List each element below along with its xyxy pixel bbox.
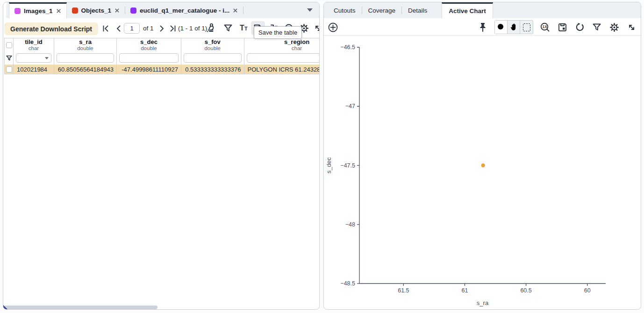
filter-input-s-dec[interactable] [119, 53, 179, 63]
y-tick-label: −46.5 [340, 44, 355, 51]
tab-list-dropdown-icon[interactable] [307, 8, 313, 12]
table-filter-row [4, 51, 319, 65]
tab-color-dot [72, 7, 78, 14]
x-tick-label: 61.5 [398, 287, 409, 294]
column-header-s-ra[interactable]: s_ra double [54, 38, 117, 51]
tab-label: Images_1 [24, 7, 53, 15]
next-page-icon[interactable] [156, 22, 168, 35]
page-of-label: of 1 [143, 25, 154, 32]
filter-input-s-fov[interactable] [184, 53, 242, 63]
x-tick-label: 60 [584, 287, 591, 294]
filter-row-funnel-icon[interactable] [6, 55, 13, 62]
scatter-plot[interactable]: −46.5−47−47.5−48−48.561.56160.560s_ras_d… [324, 2, 641, 310]
filter-input-tile-id[interactable] [16, 53, 51, 63]
chart-panel: Cutouts Coverage Details Active Chart [323, 2, 641, 310]
y-tick-label: −48.5 [340, 280, 355, 287]
tab-euclid-catalogue[interactable]: euclid_q1_mer_catalogue - i... [125, 2, 243, 18]
tab-label: euclid_q1_mer_catalogue - i... [140, 7, 229, 14]
x-tick-label: 61 [462, 287, 468, 294]
cell-s-region: POLYGON ICRS 61.24328138 [244, 66, 320, 73]
expand-icon[interactable] [311, 21, 320, 35]
first-page-icon[interactable] [100, 22, 112, 35]
y-tick-label: −47.5 [340, 162, 355, 169]
cell-s-fov: 0.533333333333376 [181, 66, 244, 73]
tab-color-dot [14, 8, 21, 14]
last-page-icon[interactable] [167, 22, 179, 35]
svg-text:T: T [244, 26, 248, 31]
column-header-s-region[interactable]: s_region char [244, 38, 320, 51]
table-header-row: tile_id char s_ra double s_dec double s_… [4, 38, 319, 51]
text-view-icon[interactable]: T T [237, 21, 251, 35]
table-panel: Images_1 Objects_1 euclid_q1_mer_catalog… [3, 2, 320, 310]
microscope-icon[interactable] [204, 21, 218, 35]
page-number-input[interactable] [124, 23, 140, 34]
column-header-s-fov[interactable]: s_fov double [181, 38, 244, 51]
tab-color-dot [130, 7, 136, 14]
save-table-tooltip: Save the table [254, 26, 302, 39]
close-icon[interactable] [114, 8, 120, 13]
tab-objects-1[interactable]: Objects_1 [67, 2, 125, 18]
close-icon[interactable] [233, 8, 238, 13]
prev-page-icon[interactable] [113, 22, 125, 35]
y-tick-label: −48 [345, 221, 355, 228]
horizontal-scrollbar[interactable] [4, 306, 157, 309]
x-axis-title: s_ra [477, 299, 489, 306]
data-point[interactable] [481, 163, 485, 167]
column-header-tile-id[interactable]: tile_id char [14, 38, 54, 51]
generate-download-script-button[interactable]: Generate Download Script [4, 22, 98, 35]
tab-label: Objects_1 [81, 7, 112, 14]
row-checkbox[interactable] [6, 66, 12, 73]
filter-input-s-region[interactable] [247, 53, 320, 63]
select-all-checkbox[interactable] [6, 42, 12, 48]
x-tick-label: 60.5 [520, 287, 531, 294]
cell-s-dec: -47.49998611110927 [117, 66, 181, 73]
resize-grip[interactable] [3, 305, 7, 309]
filter-funnel-icon[interactable] [221, 21, 235, 35]
tab-separator [243, 7, 243, 14]
y-axis-title: s_dec [325, 157, 332, 174]
svg-text:T: T [240, 24, 244, 32]
row-range-label: (1 - 1 of 1) [178, 25, 207, 32]
close-icon[interactable] [56, 8, 61, 14]
table-row[interactable]: 102021984 60.85056564184943 -47.49998611… [4, 65, 319, 74]
filter-input-s-ra[interactable] [57, 53, 114, 63]
y-tick-label: −47 [345, 103, 355, 109]
left-tab-bar: Images_1 Objects_1 euclid_q1_mer_catalog… [6, 2, 319, 18]
cell-s-ra: 60.85056564184943 [54, 66, 116, 73]
data-table: tile_id char s_ra double s_dec double s_… [4, 38, 319, 74]
cell-tile-id: 102021984 [14, 66, 54, 73]
tab-images-1[interactable]: Images_1 [9, 2, 67, 18]
column-header-s-dec[interactable]: s_dec double [117, 38, 181, 51]
